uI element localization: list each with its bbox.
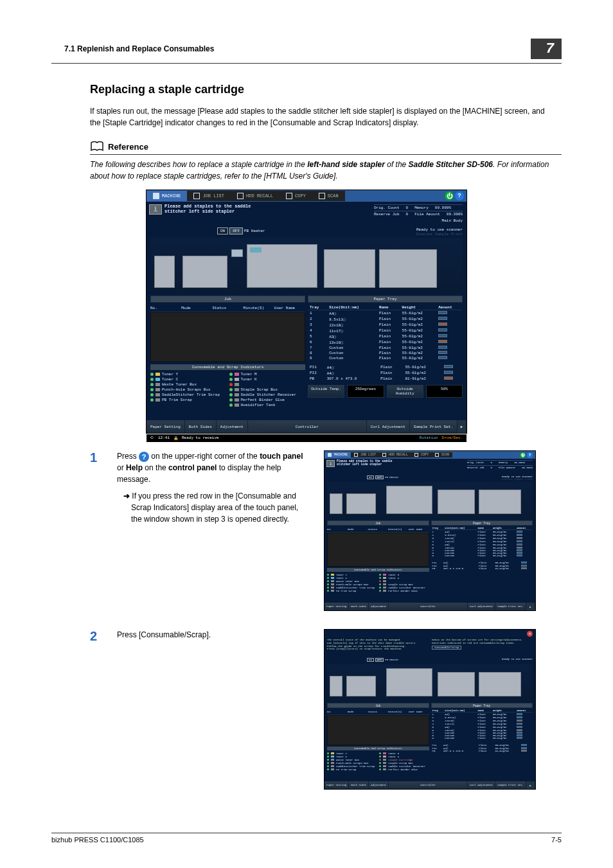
page-header: 7.1 Replenish and Replace Consumables 7 (51, 39, 562, 64)
tab-scan[interactable]: SCAN (312, 191, 345, 201)
toner-y-icon (155, 373, 160, 376)
table-row: 7CustomPlain55-61g/m2 (308, 345, 463, 350)
heater-off-button[interactable]: OFF (229, 227, 243, 235)
both-sides-button[interactable]: Both Sides (185, 420, 217, 433)
job-section-header: Job (150, 296, 305, 303)
page-number: 7-5 (551, 836, 562, 844)
controller-button[interactable]: Controller (248, 420, 367, 433)
reference-label: Reference (108, 142, 148, 152)
machine-screen-main: MACHINE JOB LIST HDD RECALL COPY SCAN ⏻ … (146, 190, 467, 434)
binder-glue-icon (235, 398, 239, 402)
toner-k-icon (235, 378, 239, 381)
page-footer: bizhub PRESS C1100/C1085 7-5 (51, 833, 562, 844)
consumable-scrap-button[interactable]: Consumable/Scrap (432, 646, 461, 650)
table-row: PI2A4▢Plain55-61g/m2 (308, 370, 463, 376)
execute-sample-print[interactable]: Execute Sample Print (416, 232, 463, 236)
next-arrow-button[interactable]: ▶ (458, 420, 466, 433)
job-list-empty (150, 312, 305, 362)
top-stats: Orig. Count0Memory99.999% Reserve Job0Fi… (374, 204, 463, 217)
power-icon[interactable]: ⏻ (445, 191, 454, 200)
consumable-header[interactable]: Consumable and Scrap Indicators (150, 364, 305, 370)
outside-humid-value: 50% (426, 385, 463, 398)
status-bar: ⏲12:41 🔒Ready to receive Rotation Drum/D… (147, 434, 466, 442)
screen-topbar: MACHINE JOB LIST HDD RECALL COPY SCAN ⏻ … (147, 190, 466, 202)
main-heading: Replacing a staple cartridge (90, 83, 562, 96)
pb-trim-icon (155, 398, 160, 402)
table-row: 1A4▢Plain55-61g/m2 (308, 310, 463, 317)
table-row: 312x18▢Plain55-61g/m2 (308, 322, 463, 328)
curl-button[interactable]: Curl Adjustment (367, 420, 410, 433)
table-row: 8CustomPlain55-61g/m2 (308, 350, 463, 355)
paper-setting-button[interactable]: Paper Setting (147, 420, 185, 433)
help-circle-icon: ? (139, 452, 149, 462)
step-2-text: Press [Consumable/Scrap]. (117, 629, 310, 641)
adjustment-button[interactable]: Adjustment (217, 420, 248, 433)
tab-joblist[interactable]: JOB LIST (187, 191, 231, 201)
help-icon[interactable]: ? (455, 191, 464, 200)
drum-indicator: Drum/Dev. (442, 436, 463, 441)
reference-block: Reference The following describes how to… (90, 141, 562, 182)
step-2-screenshot: ✕ The overall state of the machine can b… (324, 629, 536, 790)
toner-c-icon (155, 378, 160, 381)
copy-icon (286, 193, 292, 199)
info-icon: i (149, 204, 162, 215)
step-2-number: 2 (90, 629, 103, 644)
ready-status: Ready to use scanner Execute Sample Prin… (416, 227, 463, 236)
consumable-indicators: Toner Y Toner M Toner C Toner K Waste To… (150, 370, 305, 409)
job-columns: No. Mode Status Minute(S) User Name (150, 305, 305, 312)
staple-cartridge-icon (235, 383, 239, 386)
step-1: 1 Press ? on the upper-right corner of t… (90, 450, 562, 611)
intro-paragraph: If staples run out, the message [Please … (90, 105, 549, 128)
product-name: bizhub PRESS C1100/C1085 (51, 836, 144, 844)
punch-scrap-icon (155, 388, 160, 391)
humidifier-icon (235, 403, 239, 407)
table-row: 5A3▢Plain55-61g/m2 (308, 333, 463, 339)
heater-label: PB Heater (244, 229, 265, 233)
pb-heater-controls: ON OFF PB Heater (217, 227, 265, 235)
waste-box-icon (155, 383, 160, 386)
book-icon (90, 141, 104, 152)
tab-copy[interactable]: COPY (280, 191, 312, 201)
table-row: PB307.0 x 473.0Plain81-91g/m2 (431, 567, 533, 570)
hdd-icon (237, 193, 244, 199)
toner-m-icon (235, 373, 239, 376)
table-row: PI1A4▢Plain55-61g/m2 (308, 364, 463, 370)
step-2: 2 Press [Consumable/Scrap]. ✕ The overal… (90, 629, 562, 790)
main-body-indicator: Main Body (442, 218, 463, 223)
table-row: PB307.0 x 473.0Plain81-91g/m2 (431, 750, 533, 752)
table-row: 28.5x11▢Plain55-61g/m2 (308, 316, 463, 322)
rotation-indicator: Rotation (420, 436, 438, 441)
step-1-sub: ➜ If you press the red row in the [Consu… (117, 490, 310, 525)
tab-hddrecall[interactable]: HDD RECALL (231, 191, 280, 201)
saddle-receiver-icon (235, 393, 239, 396)
paper-tray-table: Tray Size(Unit:mm) Name Weight Amount 1A… (308, 305, 463, 360)
table-row: 613x19▢Plain55-61g/m2 (308, 339, 463, 345)
outside-humid-label: Outside Humidity (387, 385, 423, 398)
table-row: 9CustomPlain55-61g/m2 (431, 554, 533, 557)
tray-section-header: Paper Tray (308, 296, 463, 303)
pi-tray-table: PI1A4▢Plain55-61g/m2PI2A4▢Plain55-61g/m2… (308, 364, 463, 381)
table-row: 9CustomPlain55-61g/m2 (308, 355, 463, 360)
heater-on-button[interactable]: ON (217, 227, 228, 235)
outside-temp-label: Outside Temp. (308, 385, 344, 398)
device-illustration (150, 238, 463, 293)
saddle-trim-icon (155, 393, 160, 396)
reference-text: The following describes how to replace a… (90, 159, 562, 182)
tab-machine[interactable]: MACHINE (147, 191, 187, 201)
table-row: 411x17▢Plain55-61g/m2 (308, 328, 463, 333)
sample-print-button[interactable]: Sample Print Set. (410, 420, 458, 433)
staple-scrap-icon (235, 388, 239, 391)
outside-temp-value: 25Degrees (347, 385, 384, 398)
section-title: 7.1 Replenish and Replace Consumables (64, 44, 214, 53)
scan-icon (319, 193, 325, 199)
list-icon (193, 193, 200, 199)
step-1-number: 1 (90, 450, 103, 465)
table-row: PB307.0 x 473.0Plain81-91g/m2 (308, 376, 463, 381)
chapter-badge: 7 (531, 39, 562, 59)
step-1-text: Press ? on the upper-right corner of the… (117, 450, 310, 485)
alert-line2: stitcher left side stapler (164, 209, 251, 215)
step-1-screenshot: MACHINE JOB LIST HDD RECALL COPY SCAN ⏻?… (324, 450, 536, 611)
machine-icon (153, 193, 159, 199)
table-row: 9CustomPlain55-61g/m2 (431, 737, 533, 740)
bottom-bar: Paper Setting Both Sides Adjustment Cont… (147, 420, 466, 433)
